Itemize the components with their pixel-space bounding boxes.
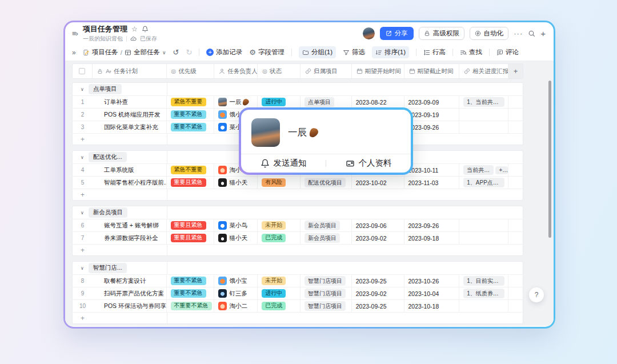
row-number-cell[interactable]: 10 xyxy=(73,300,93,312)
task-cell[interactable]: POS 机终端应用开发 xyxy=(93,109,167,121)
row-number-cell[interactable]: 3 xyxy=(73,121,93,133)
project-tag[interactable]: 配送优化项目 xyxy=(305,178,346,187)
end-date-cell[interactable]: 2023-09-26 xyxy=(404,219,460,231)
row-number-cell[interactable]: 1 xyxy=(73,96,93,108)
priority-badge[interactable]: 重要不紧急 xyxy=(171,110,206,119)
priority-badge[interactable]: 重要不紧急 xyxy=(171,123,206,132)
assignee-cell[interactable]: 淘小二 xyxy=(214,300,258,312)
priority-cell[interactable]: 重要不紧急 xyxy=(167,109,215,121)
group-name-tag[interactable]: 新会员项目 xyxy=(89,207,128,218)
column-header-priority[interactable]: ◎优先级 xyxy=(167,64,215,78)
report-tag[interactable]: 1、APP点单第... xyxy=(463,178,504,187)
status-cell[interactable]: 未开始 xyxy=(258,275,301,287)
report-cell[interactable]: 1、APP点单第... xyxy=(459,177,508,189)
start-date-cell[interactable]: 2023-09-02 xyxy=(352,232,404,244)
task-cell[interactable]: 扫码开票产品优化方案 xyxy=(93,287,167,299)
search-icon[interactable] xyxy=(528,30,535,37)
project-cell[interactable]: 新会员项目 xyxy=(301,232,352,244)
row-number-cell[interactable]: 4 xyxy=(73,164,93,176)
add-row-button[interactable]: + xyxy=(73,312,523,323)
priority-badge[interactable]: 重要不紧急 xyxy=(171,289,206,298)
status-badge[interactable]: 未开始 xyxy=(262,277,286,286)
star-icon[interactable]: ☆ xyxy=(131,26,138,33)
end-date-cell[interactable]: 2023-11-03 xyxy=(404,177,460,189)
status-badge[interactable]: 已完成 xyxy=(262,302,286,311)
view-breadcrumb[interactable]: 项目任务 / 全部任务 ∨ xyxy=(83,48,166,57)
find-button[interactable]: 查找 xyxy=(460,48,482,57)
help-button[interactable]: ? xyxy=(529,287,544,302)
row-height-button[interactable]: 行高 xyxy=(423,48,446,57)
end-date-cell[interactable]: 2023-10-26 xyxy=(404,275,460,287)
share-button[interactable]: 分享 xyxy=(380,27,414,40)
column-header-task[interactable]: 任务计划 xyxy=(93,64,167,78)
status-badge[interactable]: 未开始 xyxy=(262,221,286,230)
priority-cell[interactable]: 重要不紧急 xyxy=(167,121,215,133)
priority-cell[interactable]: 紧急不重要 xyxy=(167,96,215,108)
select-all-checkbox[interactable] xyxy=(79,68,85,74)
start-date-cell[interactable]: 2023-09-25 xyxy=(352,300,404,312)
row-number-cell[interactable]: 6 xyxy=(73,219,93,231)
group-collapse-chevron-icon[interactable]: ∨ xyxy=(81,210,84,215)
report-cell[interactable]: 1、当前共计已... xyxy=(459,96,508,108)
assignee-cell[interactable]: 饿小宝 xyxy=(214,275,258,287)
start-date-cell[interactable]: 2023-09-02 xyxy=(352,287,404,299)
undo-icon[interactable]: ↺ xyxy=(173,48,179,57)
priority-badge[interactable]: 重要且紧急 xyxy=(171,178,206,187)
end-date-cell[interactable]: 2023-09-18 xyxy=(404,232,460,244)
priority-badge[interactable]: 重要且紧急 xyxy=(171,234,206,243)
task-cell[interactable]: POS 环保活动与券同享 xyxy=(93,300,167,312)
group-header-row[interactable]: ∨新会员项目 xyxy=(73,206,523,219)
filter-button[interactable]: 筛选 xyxy=(343,48,365,57)
table-row[interactable]: 6账号互通 + 账号解绑重要且紧急菜小鸟未开始新会员项目2023-09-0620… xyxy=(73,219,523,231)
bell-icon[interactable] xyxy=(142,26,149,33)
column-header-project[interactable]: 归属项目 xyxy=(301,64,352,78)
column-header-end[interactable]: 期望截止时间 xyxy=(404,64,460,78)
group-name-tag[interactable]: 智慧门店... xyxy=(89,263,127,273)
start-date-cell[interactable]: 2023-10-02 xyxy=(352,177,404,189)
status-badge[interactable]: 已完成 xyxy=(262,234,286,243)
sort-button[interactable]: 排序(1) xyxy=(372,46,409,58)
row-number-cell[interactable]: 5 xyxy=(73,177,93,189)
task-cell[interactable]: 智能零售柜小程序版前... xyxy=(93,177,167,189)
group-header-row[interactable]: ∨点单项目 xyxy=(73,83,523,95)
status-cell[interactable]: 已完成 xyxy=(258,300,301,312)
profile-avatar[interactable] xyxy=(251,118,280,147)
vertical-scrollbar[interactable] xyxy=(548,81,551,238)
priority-badge[interactable]: 紧急不重要 xyxy=(171,98,206,107)
project-tag[interactable]: 新会员项目 xyxy=(305,233,340,243)
column-header-report[interactable]: 相关进度汇报 xyxy=(459,64,508,78)
end-date-cell[interactable]: 2023-09-09 xyxy=(404,96,460,108)
add-column-button[interactable]: + xyxy=(508,64,523,78)
field-manage-button[interactable]: ⚙ 字段管理 xyxy=(249,48,285,57)
group-collapse-chevron-icon[interactable]: ∨ xyxy=(81,155,84,160)
sidebar-toggle-icon[interactable]: ≡› xyxy=(72,29,78,38)
report-cell[interactable] xyxy=(459,121,508,133)
table-row[interactable]: 1订单补查紧急不重要一辰进行中点单项目2023-08-222023-09-091… xyxy=(73,95,523,108)
start-date-cell[interactable]: 2023-09-06 xyxy=(352,219,404,231)
task-cell[interactable]: 券来源数据字段补全 xyxy=(93,232,167,244)
automation-button[interactable]: 自动化 xyxy=(470,27,509,40)
more-menu-icon[interactable]: ··· xyxy=(514,29,523,38)
status-badge[interactable]: 进行中 xyxy=(262,98,286,107)
start-date-cell[interactable]: 2023-08-22 xyxy=(352,96,404,108)
status-cell[interactable]: 有风险 xyxy=(258,177,301,189)
group-header-row[interactable]: ∨智慧门店... xyxy=(73,262,523,274)
row-number-cell[interactable]: 2 xyxy=(73,109,93,121)
status-cell[interactable]: 已完成 xyxy=(258,232,301,244)
report-cell[interactable]: 1、纸质券二维... xyxy=(459,287,508,299)
report-tag[interactable]: 当前共计... xyxy=(463,165,494,175)
report-tag[interactable]: +1 xyxy=(495,166,508,174)
profile-detail-button[interactable]: 个人资料 xyxy=(326,154,411,173)
report-cell[interactable] xyxy=(459,232,508,244)
user-avatar[interactable] xyxy=(363,27,375,39)
assignee-cell[interactable]: 钉三多 xyxy=(214,287,258,299)
add-record-button[interactable]: + 添加记录 xyxy=(206,48,242,57)
priority-cell[interactable]: 重要不紧急 xyxy=(167,287,215,299)
project-cell[interactable]: 点单项目 xyxy=(301,96,352,108)
row-number-cell[interactable]: 8 xyxy=(73,275,93,287)
table-row[interactable]: 10POS 环保活动与券同享不重要不紧急淘小二已完成智慧门店项目2023-09-… xyxy=(73,299,523,312)
status-cell[interactable]: 进行中 xyxy=(258,287,301,299)
project-tag[interactable]: 新会员项目 xyxy=(305,221,340,230)
end-date-cell[interactable]: 2023-10-18 xyxy=(404,300,460,312)
workspace-name[interactable]: 一辰的知识背包 xyxy=(83,35,123,43)
